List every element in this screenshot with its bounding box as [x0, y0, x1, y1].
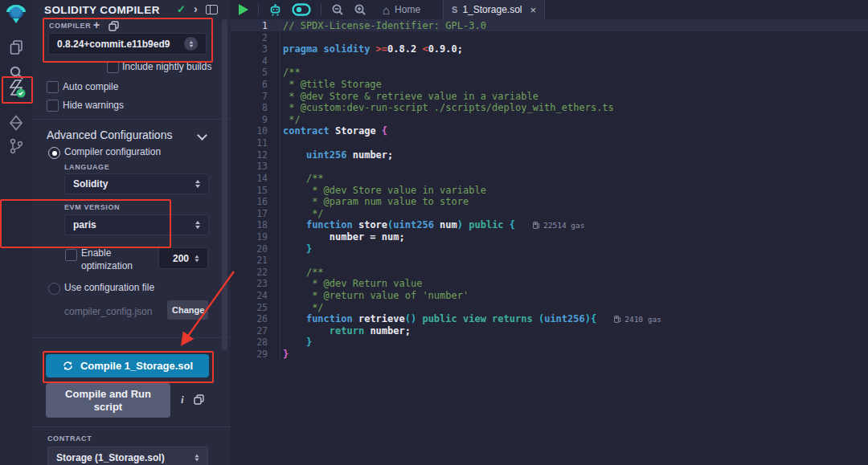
code-lines: // SPDX-License-Identifier: GPL-3.0pragm… — [283, 20, 868, 361]
line-number: 22 — [231, 267, 268, 279]
gas-estimate-badge: 2410 gas — [614, 315, 661, 324]
line-number: 16 — [231, 196, 268, 208]
language-label: LANGUAGE — [64, 163, 109, 171]
file-explorer-icon[interactable] — [0, 35, 32, 58]
close-tab-icon[interactable]: × — [530, 4, 536, 16]
compiler-version-stepper-icon[interactable] — [184, 37, 198, 51]
line-number: 17 — [231, 208, 268, 220]
compiler-version-select[interactable]: 0.8.24+commit.e11b9ed9 — [48, 33, 207, 55]
code-line: /** — [283, 67, 868, 79]
code-line: pragma solidity >=0.8.2 <0.9.0; — [283, 43, 868, 55]
gas-estimate-badge: 22514 gas — [533, 221, 584, 230]
home-icon: ⌂ — [383, 3, 390, 17]
zoom-in-icon[interactable] — [349, 0, 371, 19]
enable-optimization-label: Enable optimization — [81, 247, 150, 272]
contract-select[interactable]: Storage (1_Storage.sol) — [47, 447, 208, 465]
info-icon[interactable]: i — [181, 394, 184, 406]
code-editor[interactable]: 1234567891011121314151617181920212223242… — [231, 19, 868, 465]
code-line — [283, 55, 868, 67]
run-script-icon[interactable] — [231, 0, 253, 19]
evm-version-select[interactable]: paris — [64, 214, 209, 235]
compile-and-run-button[interactable]: Compile and Run script — [46, 383, 170, 418]
line-number: 4 — [231, 55, 268, 67]
solidity-compiler-icon[interactable] — [0, 77, 32, 100]
code-line: } — [283, 349, 868, 361]
line-number: 11 — [231, 137, 268, 149]
gutter: 1234567891011121314151617181920212223242… — [231, 20, 268, 361]
code-line: function store(uint256 num) public {2251… — [283, 219, 868, 231]
code-line: * @dev Return value — [283, 278, 868, 290]
nightly-builds-label: Include nightly builds — [122, 61, 211, 72]
line-number: 21 — [231, 255, 268, 267]
line-number: 1 — [231, 20, 268, 32]
code-line: uint256 number; — [283, 149, 868, 161]
code-line — [283, 161, 868, 173]
ai-copilot-icon[interactable] — [264, 0, 287, 19]
line-number: 7 — [231, 91, 268, 103]
line-number: 6 — [231, 79, 268, 91]
line-number: 27 — [231, 325, 268, 337]
line-number: 18 — [231, 219, 268, 231]
code-line — [283, 255, 868, 267]
panel-scrollbar[interactable] — [222, 19, 227, 351]
language-select[interactable]: Solidity — [64, 173, 209, 194]
line-number: 20 — [231, 243, 268, 255]
line-number: 15 — [231, 185, 268, 197]
panel-title: SOLIDITY COMPILER — [44, 4, 160, 16]
line-number: 9 — [231, 114, 268, 126]
pin-panel-icon[interactable] — [206, 5, 218, 14]
gutter-boundary — [280, 19, 280, 361]
evm-version-label: EVM VERSION — [64, 203, 120, 211]
zoom-out-icon[interactable] — [326, 0, 349, 19]
line-number: 26 — [231, 313, 268, 325]
line-number: 10 — [231, 125, 268, 137]
section-divider — [32, 426, 231, 427]
chevron-right-icon[interactable]: › — [194, 2, 198, 15]
chevron-down-icon[interactable] — [197, 130, 207, 141]
code-line: } — [283, 243, 868, 255]
change-config-button[interactable]: Change — [167, 300, 208, 320]
hide-warnings-label: Hide warnings — [63, 100, 124, 111]
deploy-run-icon[interactable] — [0, 112, 32, 134]
code-line: contract Storage { — [283, 125, 868, 137]
code-line: * @param num value to store — [283, 196, 868, 208]
auto-compile-label: Auto compile — [63, 81, 118, 92]
line-number: 24 — [231, 290, 268, 302]
solidity-file-icon: S — [452, 5, 457, 14]
code-line: * @dev Store & retrieve value in a varia… — [283, 91, 868, 103]
line-number: 12 — [231, 149, 268, 161]
compiler-configuration-radio[interactable] — [48, 147, 60, 159]
use-configuration-file-radio[interactable] — [48, 283, 60, 295]
advanced-configurations-header[interactable]: Advanced Configurations — [47, 128, 172, 141]
code-line: * @custom:dev-run-script ./scripts/deplo… — [283, 102, 868, 114]
code-line: */ — [283, 114, 868, 126]
enable-optimization-checkbox[interactable] — [65, 249, 77, 261]
compile-button[interactable]: Compile 1_Storage.sol — [46, 354, 209, 377]
code-line: } — [283, 337, 868, 349]
code-line: * @dev Store value in variable — [283, 185, 868, 197]
toolbar-divider — [258, 3, 259, 16]
code-line: /** — [283, 173, 868, 185]
code-line: function retrieve() public view returns … — [283, 313, 868, 325]
tab-1-storage-sol[interactable]: S 1_Storage.sol × — [443, 0, 545, 19]
nightly-builds-checkbox[interactable] — [107, 61, 119, 73]
hide-warnings-checkbox[interactable] — [47, 100, 59, 112]
line-number: 29 — [231, 349, 268, 361]
add-compiler-icon[interactable]: + — [93, 18, 100, 31]
git-icon[interactable] — [0, 135, 32, 157]
use-configuration-file-label: Use configuration file — [64, 282, 154, 293]
compiler-label: COMPILER — [49, 22, 91, 30]
refresh-icon — [62, 360, 74, 372]
code-line — [283, 32, 868, 44]
code-line: return number; — [283, 325, 868, 337]
code-line: * @title Storage — [283, 79, 868, 91]
copy-script-icon[interactable] — [194, 394, 204, 408]
toolbar-divider — [321, 3, 321, 16]
remix-logo-icon[interactable] — [0, 2, 32, 25]
auto-compile-checkbox[interactable] — [47, 81, 59, 93]
optimization-runs-input[interactable]: 200 — [158, 247, 208, 269]
tab-home[interactable]: ⌂ Home — [375, 0, 428, 19]
line-number: 25 — [231, 302, 268, 314]
ai-toggle-icon[interactable] — [287, 0, 316, 19]
editor-top-bar: ⌂ Home S 1_Storage.sol × — [231, 0, 868, 19]
